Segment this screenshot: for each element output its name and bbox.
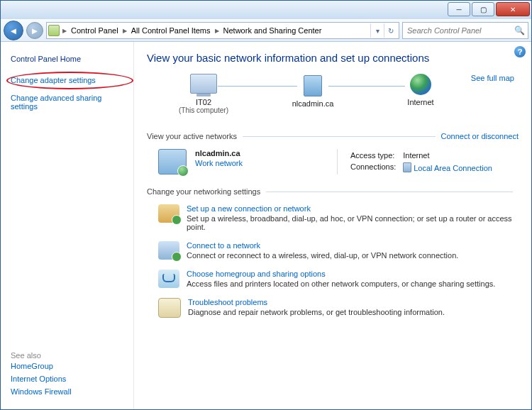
- connect-network-icon: [158, 241, 179, 260]
- see-also-heading: See also: [11, 351, 133, 360]
- active-networks-heading: View your active networks: [147, 132, 237, 140]
- connection-link[interactable]: Local Area Connection: [414, 164, 492, 172]
- setting-desc: Set up a wireless, broadband, dial-up, a…: [187, 214, 519, 231]
- setting-troubleshoot: Troubleshoot problems Diagnose and repai…: [147, 295, 519, 325]
- new-connection-icon: [158, 204, 179, 223]
- setting-homegroup: Choose homegroup and sharing options Acc…: [147, 267, 519, 295]
- refresh-button[interactable]: ↻: [384, 23, 397, 38]
- close-button[interactable]: ✕: [496, 2, 530, 16]
- setting-troubleshoot-link[interactable]: Troubleshoot problems: [188, 298, 445, 308]
- see-full-map-link[interactable]: See full map: [471, 74, 514, 82]
- node-computer-sub: (This computer): [168, 106, 239, 114]
- see-also-homegroup[interactable]: HomeGroup: [11, 360, 133, 372]
- access-type-value: Internet: [403, 150, 498, 160]
- setting-desc: Diagnose and repair network problems, or…: [188, 308, 445, 316]
- nav-toolbar: ◄ ► ▶ Control Panel ▶ All Control Panel …: [1, 19, 531, 42]
- gateway-icon: [304, 75, 322, 96]
- main-content: ? View your basic network information an…: [134, 42, 531, 410]
- control-panel-icon: [48, 25, 60, 36]
- active-network-panel: nlcadmin.ca Work network Access type: In…: [147, 146, 519, 186]
- breadcrumb-current[interactable]: Network and Sharing Center: [222, 26, 323, 35]
- window: ─ ▢ ✕ ◄ ► ▶ Control Panel ▶ All Control …: [0, 0, 532, 410]
- divider: [243, 136, 436, 137]
- setting-homegroup-link[interactable]: Choose homegroup and sharing options: [187, 270, 495, 279]
- homegroup-icon: [158, 270, 179, 288]
- search-icon: 🔍: [514, 26, 525, 35]
- globe-icon: [410, 74, 431, 95]
- setting-desc: Connect or reconnect to a wireless, wire…: [187, 251, 458, 260]
- chevron-right-icon: ▶: [121, 28, 128, 34]
- node-internet-label: Internet: [385, 98, 456, 106]
- access-type-label: Access type:: [350, 150, 401, 160]
- forward-button[interactable]: ►: [26, 22, 43, 39]
- address-dropdown-button[interactable]: ▾: [370, 23, 384, 38]
- see-also-windows-firewall[interactable]: Windows Firewall: [11, 385, 133, 398]
- node-computer-label: IT02: [168, 98, 239, 106]
- search-box[interactable]: 🔍: [402, 22, 528, 39]
- network-icon: [158, 149, 187, 174]
- title-bar[interactable]: ─ ▢ ✕: [1, 1, 531, 19]
- minimize-button[interactable]: ─: [448, 2, 470, 16]
- divider: [266, 192, 513, 192]
- address-bar[interactable]: ▶ Control Panel ▶ All Control Panel Item…: [46, 22, 399, 39]
- maximize-button[interactable]: ▢: [472, 2, 494, 16]
- chevron-right-icon: ▶: [214, 28, 221, 34]
- setting-new-connection-link[interactable]: Set up a new connection or network: [187, 204, 519, 214]
- setting-new-connection: Set up a new connection or network Set u…: [147, 201, 519, 238]
- breadcrumb-control-panel[interactable]: Control Panel: [70, 26, 120, 35]
- change-adapter-settings-link[interactable]: Change adapter settings: [11, 74, 126, 87]
- setting-connect-network-link[interactable]: Connect to a network: [187, 241, 458, 251]
- highlight-annotation: Change adapter settings: [6, 72, 133, 89]
- breadcrumb-all-items[interactable]: All Control Panel Items: [130, 26, 212, 35]
- troubleshoot-icon: [158, 298, 181, 318]
- networking-settings-heading: Change your networking settings: [147, 187, 260, 196]
- network-name: nlcadmin.ca: [195, 149, 337, 157]
- connect-disconnect-link[interactable]: Connect or disconnect: [441, 132, 519, 140]
- network-type-link[interactable]: Work network: [195, 157, 337, 167]
- control-panel-home-link[interactable]: Control Panel Home: [11, 49, 133, 66]
- chevron-right-icon: ▶: [61, 28, 68, 34]
- computer-icon: [190, 74, 217, 94]
- sidebar: Control Panel Home Change adapter settin…: [1, 42, 134, 410]
- network-map: See full map IT02 (This computer) nlcadm…: [147, 74, 519, 129]
- search-input[interactable]: [406, 26, 514, 35]
- node-gateway-label: nlcadmin.ca: [277, 99, 348, 108]
- setting-desc: Access files and printers located on oth…: [187, 279, 495, 288]
- connections-label: Connections:: [350, 162, 401, 173]
- change-advanced-sharing-link[interactable]: Change advanced sharing settings: [11, 89, 133, 113]
- help-icon[interactable]: ?: [514, 46, 526, 57]
- back-button[interactable]: ◄: [4, 21, 23, 40]
- see-also-internet-options[interactable]: Internet Options: [11, 372, 133, 385]
- lan-icon: [403, 162, 411, 172]
- setting-connect-network: Connect to a network Connect or reconnec…: [147, 238, 519, 267]
- page-title: View your basic network information and …: [147, 52, 519, 64]
